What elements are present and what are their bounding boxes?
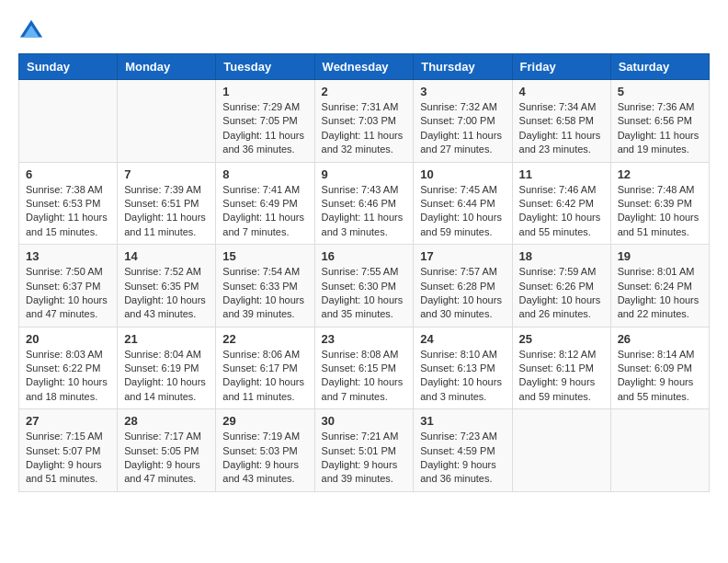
calendar-cell: 10Sunrise: 7:45 AMSunset: 6:44 PMDayligh… <box>414 162 512 245</box>
calendar-cell: 22Sunrise: 8:06 AMSunset: 6:17 PMDayligh… <box>216 327 314 409</box>
day-info: Sunrise: 7:39 AMSunset: 6:51 PMDaylight:… <box>124 183 209 240</box>
day-info: Sunrise: 7:45 AMSunset: 6:44 PMDaylight:… <box>420 183 505 240</box>
day-info: Sunrise: 8:10 AMSunset: 6:13 PMDaylight:… <box>420 348 505 405</box>
day-number: 16 <box>322 249 407 263</box>
day-info: Sunrise: 7:23 AMSunset: 4:59 PMDaylight:… <box>420 430 505 487</box>
day-info: Sunrise: 7:55 AMSunset: 6:30 PMDaylight:… <box>322 265 407 322</box>
calendar-week-2: 6Sunrise: 7:38 AMSunset: 6:53 PMDaylight… <box>19 162 710 245</box>
day-number: 20 <box>26 332 110 346</box>
calendar-cell: 4Sunrise: 7:34 AMSunset: 6:58 PMDaylight… <box>512 80 610 163</box>
day-info: Sunrise: 7:31 AMSunset: 7:03 PMDaylight:… <box>322 100 407 157</box>
day-of-week-saturday: Saturday <box>610 54 709 80</box>
calendar-cell: 13Sunrise: 7:50 AMSunset: 6:37 PMDayligh… <box>19 245 118 327</box>
day-number: 26 <box>618 332 702 346</box>
calendar-cell: 17Sunrise: 7:57 AMSunset: 6:28 PMDayligh… <box>414 245 512 327</box>
day-number: 22 <box>222 332 307 346</box>
calendar-cell: 14Sunrise: 7:52 AMSunset: 6:35 PMDayligh… <box>118 245 216 327</box>
calendar-cell: 28Sunrise: 7:17 AMSunset: 5:05 PMDayligh… <box>118 409 216 492</box>
day-number: 4 <box>519 85 604 98</box>
day-number: 17 <box>420 249 505 263</box>
calendar-week-1: 1Sunrise: 7:29 AMSunset: 7:05 PMDaylight… <box>19 80 710 163</box>
calendar-cell: 31Sunrise: 7:23 AMSunset: 4:59 PMDayligh… <box>414 409 512 492</box>
day-info: Sunrise: 7:41 AMSunset: 6:49 PMDaylight:… <box>222 183 307 240</box>
day-info: Sunrise: 7:54 AMSunset: 6:33 PMDaylight:… <box>222 265 307 322</box>
page-header <box>18 18 710 44</box>
calendar-cell: 9Sunrise: 7:43 AMSunset: 6:46 PMDaylight… <box>314 162 414 245</box>
day-info: Sunrise: 8:12 AMSunset: 6:11 PMDaylight:… <box>519 348 604 405</box>
day-info: Sunrise: 8:01 AMSunset: 6:24 PMDaylight:… <box>618 265 702 322</box>
day-info: Sunrise: 7:38 AMSunset: 6:53 PMDaylight:… <box>26 183 110 240</box>
day-number: 15 <box>222 249 307 263</box>
day-info: Sunrise: 7:19 AMSunset: 5:03 PMDaylight:… <box>222 430 307 487</box>
calendar-cell: 30Sunrise: 7:21 AMSunset: 5:01 PMDayligh… <box>314 409 414 492</box>
day-number: 6 <box>26 167 110 181</box>
logo-icon <box>18 18 44 44</box>
day-info: Sunrise: 8:04 AMSunset: 6:19 PMDaylight:… <box>124 348 209 405</box>
day-info: Sunrise: 7:43 AMSunset: 6:46 PMDaylight:… <box>322 183 407 240</box>
day-number: 23 <box>322 332 407 346</box>
day-info: Sunrise: 8:08 AMSunset: 6:15 PMDaylight:… <box>322 348 407 405</box>
day-number: 25 <box>519 332 604 346</box>
calendar-cell: 8Sunrise: 7:41 AMSunset: 6:49 PMDaylight… <box>216 162 314 245</box>
day-number: 2 <box>322 85 407 98</box>
day-of-week-tuesday: Tuesday <box>216 54 314 80</box>
calendar-cell: 29Sunrise: 7:19 AMSunset: 5:03 PMDayligh… <box>216 409 314 492</box>
logo <box>18 18 46 44</box>
day-number: 5 <box>618 85 702 98</box>
calendar-cell <box>512 409 610 492</box>
day-number: 3 <box>420 85 505 98</box>
calendar-cell <box>19 80 118 163</box>
day-number: 24 <box>420 332 505 346</box>
calendar-cell: 25Sunrise: 8:12 AMSunset: 6:11 PMDayligh… <box>512 327 610 409</box>
calendar-week-4: 20Sunrise: 8:03 AMSunset: 6:22 PMDayligh… <box>19 327 710 409</box>
day-number: 11 <box>519 167 604 181</box>
calendar-cell: 16Sunrise: 7:55 AMSunset: 6:30 PMDayligh… <box>314 245 414 327</box>
day-number: 14 <box>124 249 209 263</box>
day-number: 31 <box>420 414 505 428</box>
calendar-cell: 21Sunrise: 8:04 AMSunset: 6:19 PMDayligh… <box>118 327 216 409</box>
day-info: Sunrise: 7:17 AMSunset: 5:05 PMDaylight:… <box>124 430 209 487</box>
day-number: 8 <box>222 167 307 181</box>
day-info: Sunrise: 7:34 AMSunset: 6:58 PMDaylight:… <box>519 100 604 157</box>
day-number: 7 <box>124 167 209 181</box>
day-info: Sunrise: 7:57 AMSunset: 6:28 PMDaylight:… <box>420 265 505 322</box>
day-of-week-monday: Monday <box>118 54 216 80</box>
calendar-cell: 1Sunrise: 7:29 AMSunset: 7:05 PMDaylight… <box>216 80 314 163</box>
day-number: 27 <box>26 414 110 428</box>
day-number: 18 <box>519 249 604 263</box>
day-number: 12 <box>618 167 702 181</box>
day-info: Sunrise: 7:21 AMSunset: 5:01 PMDaylight:… <box>322 430 407 487</box>
calendar-cell <box>610 409 709 492</box>
calendar-cell <box>118 80 216 163</box>
calendar-week-5: 27Sunrise: 7:15 AMSunset: 5:07 PMDayligh… <box>19 409 710 492</box>
calendar-cell: 26Sunrise: 8:14 AMSunset: 6:09 PMDayligh… <box>610 327 709 409</box>
day-number: 28 <box>124 414 209 428</box>
calendar-cell: 20Sunrise: 8:03 AMSunset: 6:22 PMDayligh… <box>19 327 118 409</box>
day-number: 29 <box>222 414 307 428</box>
calendar-cell: 19Sunrise: 8:01 AMSunset: 6:24 PMDayligh… <box>610 245 709 327</box>
day-info: Sunrise: 7:29 AMSunset: 7:05 PMDaylight:… <box>222 100 307 157</box>
day-number: 9 <box>322 167 407 181</box>
calendar-cell: 18Sunrise: 7:59 AMSunset: 6:26 PMDayligh… <box>512 245 610 327</box>
day-info: Sunrise: 7:32 AMSunset: 7:00 PMDaylight:… <box>420 100 505 157</box>
day-number: 10 <box>420 167 505 181</box>
day-info: Sunrise: 7:36 AMSunset: 6:56 PMDaylight:… <box>618 100 702 157</box>
day-info: Sunrise: 7:59 AMSunset: 6:26 PMDaylight:… <box>519 265 604 322</box>
day-of-week-wednesday: Wednesday <box>314 54 414 80</box>
day-info: Sunrise: 7:48 AMSunset: 6:39 PMDaylight:… <box>618 183 702 240</box>
calendar-cell: 5Sunrise: 7:36 AMSunset: 6:56 PMDaylight… <box>610 80 709 163</box>
day-of-week-thursday: Thursday <box>414 54 512 80</box>
day-number: 21 <box>124 332 209 346</box>
calendar-cell: 7Sunrise: 7:39 AMSunset: 6:51 PMDaylight… <box>118 162 216 245</box>
day-info: Sunrise: 7:15 AMSunset: 5:07 PMDaylight:… <box>26 430 110 487</box>
calendar-cell: 6Sunrise: 7:38 AMSunset: 6:53 PMDaylight… <box>19 162 118 245</box>
day-info: Sunrise: 8:06 AMSunset: 6:17 PMDaylight:… <box>222 348 307 405</box>
day-of-week-friday: Friday <box>512 54 610 80</box>
calendar-cell: 3Sunrise: 7:32 AMSunset: 7:00 PMDaylight… <box>414 80 512 163</box>
calendar-cell: 24Sunrise: 8:10 AMSunset: 6:13 PMDayligh… <box>414 327 512 409</box>
day-number: 19 <box>618 249 702 263</box>
calendar-cell: 12Sunrise: 7:48 AMSunset: 6:39 PMDayligh… <box>610 162 709 245</box>
day-info: Sunrise: 8:14 AMSunset: 6:09 PMDaylight:… <box>618 348 702 405</box>
day-info: Sunrise: 7:52 AMSunset: 6:35 PMDaylight:… <box>124 265 209 322</box>
calendar-cell: 23Sunrise: 8:08 AMSunset: 6:15 PMDayligh… <box>314 327 414 409</box>
